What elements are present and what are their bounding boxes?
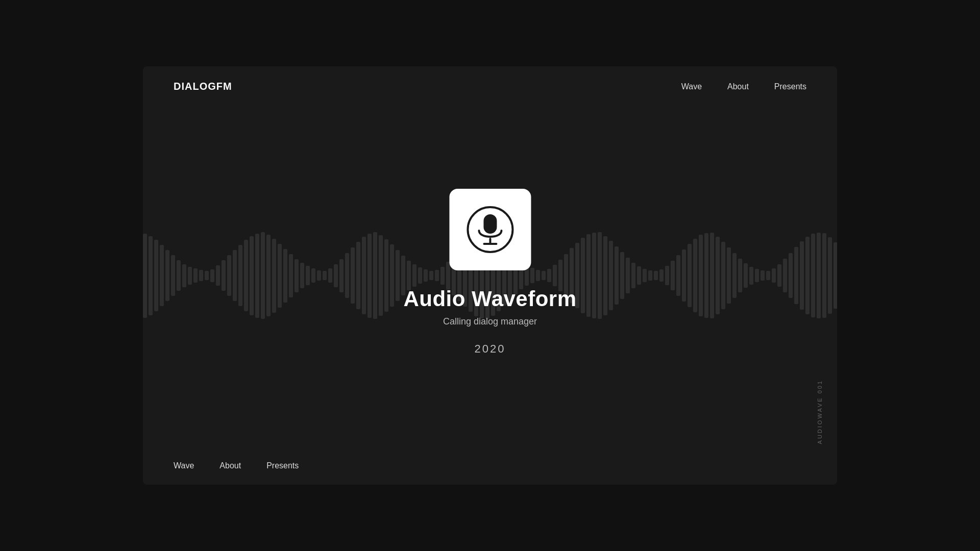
wave-bar	[789, 253, 793, 298]
wave-bar	[266, 235, 271, 316]
wave-bar	[699, 235, 703, 316]
wave-bar	[704, 233, 708, 318]
app-title: Audio Waveform	[403, 287, 576, 311]
svg-rect-1	[483, 214, 497, 234]
wave-bar	[721, 242, 725, 309]
wave-bar	[250, 236, 254, 315]
wave-bar	[620, 252, 624, 299]
wave-bar	[828, 237, 832, 314]
footer-presents-link[interactable]: Presents	[266, 461, 299, 470]
header-nav: Wave About Presents	[681, 82, 806, 91]
page-container: DIALOGFM Wave About Presents Audio Wavef…	[143, 66, 837, 485]
wave-bar	[345, 253, 349, 298]
wave-bar	[598, 232, 602, 319]
wave-bar	[356, 242, 360, 309]
wave-bar	[643, 269, 647, 282]
wave-bar	[744, 263, 748, 288]
wave-bar	[171, 255, 175, 296]
wave-bar	[295, 259, 299, 292]
wave-bar	[154, 240, 158, 311]
wave-bar	[396, 250, 400, 301]
wave-bar	[688, 244, 692, 307]
app-subtitle: Calling dialog manager	[443, 316, 537, 327]
wave-bar	[631, 263, 635, 288]
logo: DIALOGFM	[174, 81, 232, 92]
wave-bar	[800, 241, 804, 310]
footer-wave-link[interactable]: Wave	[174, 461, 194, 470]
wave-bar	[373, 232, 377, 319]
header: DIALOGFM Wave About Presents	[143, 66, 837, 107]
wave-bar	[761, 270, 765, 281]
wave-bar	[783, 259, 787, 292]
wave-bar	[749, 267, 753, 285]
wave-bar	[637, 266, 641, 285]
main-content: Audio Waveform Calling dialog manager 20…	[403, 189, 576, 356]
wave-bar	[311, 268, 315, 283]
wave-bar	[210, 269, 214, 282]
nav-wave-link[interactable]: Wave	[681, 82, 702, 91]
wave-bar	[592, 233, 596, 318]
wave-bar	[716, 237, 720, 314]
wave-bar	[165, 250, 169, 301]
wave-bar	[682, 249, 686, 302]
wave-bar	[233, 250, 237, 301]
wave-bar	[390, 244, 394, 307]
wave-bar	[334, 264, 338, 287]
wave-bar	[238, 245, 242, 306]
wave-bar	[805, 237, 810, 314]
wave-bar	[255, 234, 259, 318]
wave-bar	[289, 254, 293, 297]
wave-bar	[323, 271, 327, 280]
wave-bar	[581, 238, 585, 313]
wave-bar	[817, 233, 821, 318]
wave-bar	[738, 259, 742, 292]
wave-bar	[586, 234, 591, 317]
wave-bar	[626, 258, 630, 293]
wave-bar	[160, 245, 164, 306]
wave-bar	[216, 265, 220, 286]
wave-bar	[834, 242, 838, 309]
wave-bar	[732, 253, 737, 298]
wave-bar	[222, 260, 226, 291]
wave-bar	[710, 233, 714, 318]
mic-card	[449, 189, 531, 270]
wave-bar	[693, 239, 697, 312]
wave-bar	[177, 260, 181, 291]
wave-bar	[205, 271, 209, 280]
wave-bar	[351, 247, 355, 304]
wave-bar	[603, 236, 607, 315]
wave-bar	[615, 246, 619, 305]
wave-bar	[143, 234, 147, 318]
wave-bar	[777, 264, 781, 287]
wave-bar	[261, 232, 265, 319]
wave-bar	[278, 244, 282, 308]
wave-bar	[671, 261, 675, 290]
wave-bar	[755, 269, 759, 282]
wave-bar	[822, 233, 826, 318]
wave-bar	[149, 236, 153, 315]
wave-bar	[727, 247, 731, 304]
nav-about-link[interactable]: About	[727, 82, 749, 91]
wave-bar	[659, 269, 664, 282]
wave-bar	[199, 270, 203, 281]
footer-about-link[interactable]: About	[219, 461, 241, 470]
wave-bar	[384, 239, 388, 312]
wave-bar	[676, 255, 680, 296]
wave-bar	[193, 268, 198, 283]
wave-bar	[317, 270, 321, 281]
wave-bar	[339, 259, 344, 292]
wave-bar	[766, 271, 770, 280]
wave-bar	[362, 237, 366, 314]
wave-bar	[272, 239, 276, 313]
side-label: AUDIOWAVE 001	[817, 380, 823, 444]
wave-bar	[665, 266, 669, 285]
wave-bar	[244, 240, 248, 311]
wave-bar	[300, 263, 304, 288]
wave-bar	[306, 266, 310, 285]
footer: Wave About Presents	[143, 447, 837, 485]
nav-presents-link[interactable]: Presents	[774, 82, 806, 91]
wave-bar	[648, 270, 652, 281]
wave-bar	[227, 255, 231, 296]
wave-bar	[811, 234, 815, 317]
wave-bar	[283, 249, 287, 303]
